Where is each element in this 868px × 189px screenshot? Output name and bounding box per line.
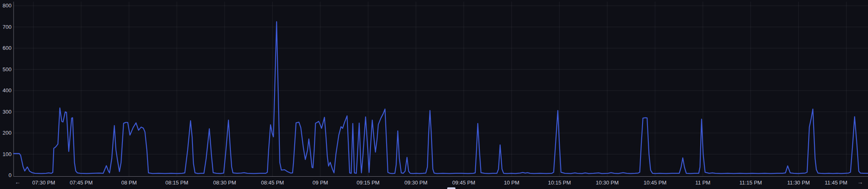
series-line — [14, 22, 868, 174]
time-series-panel: 8007006005004003002001000 07:30 PM07:45 … — [0, 0, 868, 189]
x-axis-label: 08:45 PM — [253, 180, 292, 186]
x-axis-label: 08:30 PM — [205, 180, 244, 186]
x-axis-label: 10 PM — [492, 180, 531, 186]
y-axis-label: 100 — [0, 151, 12, 158]
x-axis-label: 08 PM — [109, 180, 149, 186]
chart-plot-area[interactable] — [0, 0, 868, 189]
x-axis-label: 10:15 PM — [540, 180, 579, 186]
x-axis-label: 09:15 PM — [348, 180, 388, 186]
scroll-left-arrow-icon[interactable]: ← — [15, 179, 21, 185]
y-axis-label: 600 — [0, 45, 12, 51]
x-axis-label: 10:45 PM — [635, 180, 675, 186]
x-axis-label: 11:15 PM — [731, 180, 770, 186]
y-axis-label: 500 — [0, 66, 12, 73]
x-axis-label: 09:45 PM — [444, 180, 483, 186]
gridlines — [14, 2, 868, 177]
x-axis-label: 11:45 PM — [816, 180, 856, 186]
y-axis-label: 700 — [0, 24, 12, 30]
y-axis-label: 0 — [0, 172, 12, 179]
x-axis-label: 07:30 PM — [24, 180, 63, 186]
x-axis-label: 10:30 PM — [587, 180, 627, 186]
x-axis-label: 07:45 PM — [61, 180, 101, 186]
scroll-right-arrow-icon[interactable]: → — [857, 179, 863, 185]
x-axis-label: 09 PM — [300, 180, 340, 186]
x-axis-label: 11:30 PM — [779, 180, 818, 186]
x-axis-label: 11 PM — [683, 180, 723, 186]
y-axis-label: 800 — [0, 2, 12, 9]
x-axis-label: 09:30 PM — [396, 180, 436, 186]
axis-lines — [14, 2, 868, 177]
x-axis-label: 08:15 PM — [157, 180, 197, 186]
y-axis-label: 200 — [0, 130, 12, 136]
y-axis-label: 400 — [0, 87, 12, 94]
legend-swatch-partial[interactable] — [447, 187, 455, 189]
y-axis-label: 300 — [0, 109, 12, 115]
